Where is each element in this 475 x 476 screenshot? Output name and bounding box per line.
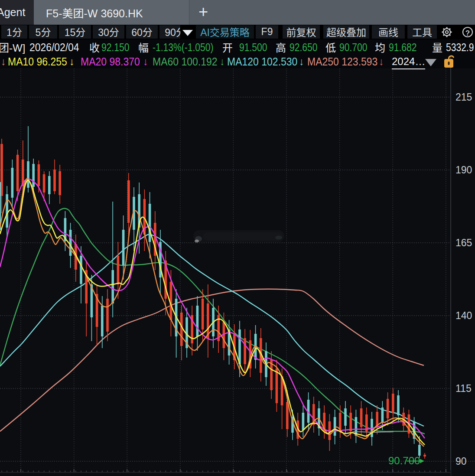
svg-text:165: 165 (455, 237, 472, 248)
svg-text:?: ? (465, 29, 470, 37)
svg-text:140: 140 (455, 310, 472, 321)
svg-text:115: 115 (455, 383, 472, 394)
svg-text:90: 90 (455, 456, 467, 467)
svg-text:190: 190 (455, 164, 472, 176)
svg-text:215: 215 (455, 91, 472, 103)
